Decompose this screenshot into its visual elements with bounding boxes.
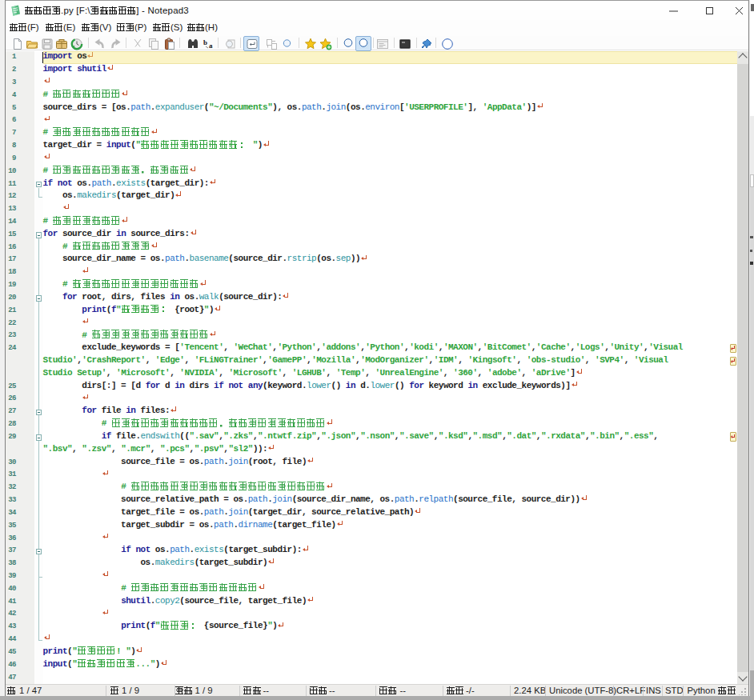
svg-text:a: a bbox=[209, 42, 213, 50]
svg-text:b: b bbox=[203, 38, 207, 46]
